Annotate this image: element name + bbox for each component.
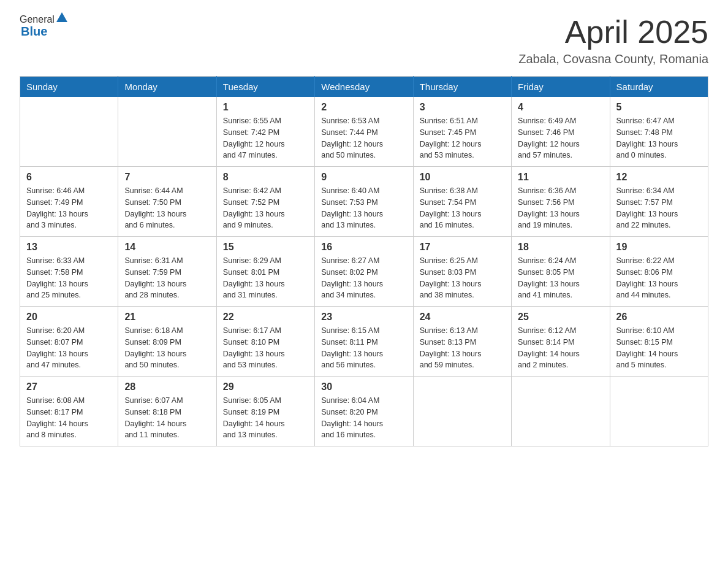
calendar-cell: 4Sunrise: 6:49 AMSunset: 7:46 PMDaylight…: [512, 97, 610, 167]
day-number: 8: [223, 172, 308, 183]
day-number: 30: [321, 381, 406, 393]
calendar-cell: 9Sunrise: 6:40 AMSunset: 7:53 PMDaylight…: [315, 167, 413, 237]
header-thursday: Thursday: [413, 77, 511, 98]
calendar-cell: 22Sunrise: 6:17 AMSunset: 8:10 PMDayligh…: [216, 307, 314, 377]
calendar-cell: 3Sunrise: 6:51 AMSunset: 7:45 PMDaylight…: [413, 97, 511, 167]
day-number: 11: [518, 172, 603, 183]
logo-blue-text: Blue: [21, 25, 47, 38]
day-number: 25: [518, 312, 603, 323]
header-saturday: Saturday: [610, 77, 708, 98]
calendar-cell: 26Sunrise: 6:10 AMSunset: 8:15 PMDayligh…: [610, 307, 708, 377]
day-info: Sunrise: 6:22 AMSunset: 8:06 PMDaylight:…: [616, 255, 702, 301]
day-info: Sunrise: 6:51 AMSunset: 7:45 PMDaylight:…: [420, 115, 505, 161]
header-sunday: Sunday: [20, 77, 118, 98]
calendar-cell: 16Sunrise: 6:27 AMSunset: 8:02 PMDayligh…: [315, 237, 413, 307]
location-title: Zabala, Covasna County, Romania: [518, 52, 708, 66]
calendar-cell: [610, 377, 708, 446]
day-info: Sunrise: 6:25 AMSunset: 8:03 PMDaylight:…: [420, 255, 505, 301]
day-number: 2: [321, 102, 406, 113]
day-info: Sunrise: 6:53 AMSunset: 7:44 PMDaylight:…: [321, 115, 406, 161]
logo-general-text: General: [20, 15, 55, 25]
week-row-4: 20Sunrise: 6:20 AMSunset: 8:07 PMDayligh…: [20, 307, 708, 377]
day-info: Sunrise: 6:20 AMSunset: 8:07 PMDaylight:…: [26, 325, 112, 371]
day-number: 3: [420, 102, 505, 113]
day-info: Sunrise: 6:08 AMSunset: 8:17 PMDaylight:…: [26, 395, 112, 441]
day-info: Sunrise: 6:04 AMSunset: 8:20 PMDaylight:…: [321, 395, 406, 441]
day-number: 5: [616, 102, 702, 113]
calendar-cell: [413, 377, 511, 446]
calendar-cell: 15Sunrise: 6:29 AMSunset: 8:01 PMDayligh…: [216, 237, 314, 307]
day-number: 21: [124, 312, 210, 323]
day-number: 15: [223, 242, 308, 253]
calendar-cell: 2Sunrise: 6:53 AMSunset: 7:44 PMDaylight…: [315, 97, 413, 167]
day-number: 6: [26, 172, 112, 183]
day-number: 20: [26, 312, 112, 323]
calendar-cell: 25Sunrise: 6:12 AMSunset: 8:14 PMDayligh…: [512, 307, 610, 377]
calendar-cell: 11Sunrise: 6:36 AMSunset: 7:56 PMDayligh…: [512, 167, 610, 237]
calendar-cell: 7Sunrise: 6:44 AMSunset: 7:50 PMDaylight…: [118, 167, 216, 237]
header-wednesday: Wednesday: [315, 77, 413, 98]
header-friday: Friday: [512, 77, 610, 98]
calendar-cell: 17Sunrise: 6:25 AMSunset: 8:03 PMDayligh…: [413, 237, 511, 307]
day-info: Sunrise: 6:07 AMSunset: 8:18 PMDaylight:…: [124, 395, 210, 441]
calendar-cell: 12Sunrise: 6:34 AMSunset: 7:57 PMDayligh…: [610, 167, 708, 237]
day-info: Sunrise: 6:38 AMSunset: 7:54 PMDaylight:…: [420, 185, 505, 231]
day-info: Sunrise: 6:05 AMSunset: 8:19 PMDaylight:…: [223, 395, 308, 441]
day-info: Sunrise: 6:15 AMSunset: 8:11 PMDaylight:…: [321, 325, 406, 371]
week-row-3: 13Sunrise: 6:33 AMSunset: 7:58 PMDayligh…: [20, 237, 708, 307]
day-info: Sunrise: 6:29 AMSunset: 8:01 PMDaylight:…: [223, 255, 308, 301]
day-info: Sunrise: 6:27 AMSunset: 8:02 PMDaylight:…: [321, 255, 406, 301]
day-info: Sunrise: 6:18 AMSunset: 8:09 PMDaylight:…: [124, 325, 210, 371]
calendar-cell: 21Sunrise: 6:18 AMSunset: 8:09 PMDayligh…: [118, 307, 216, 377]
month-title: April 2025: [518, 15, 708, 50]
day-number: 26: [616, 312, 702, 323]
calendar-cell: 1Sunrise: 6:55 AMSunset: 7:42 PMDaylight…: [216, 97, 314, 167]
day-number: 29: [223, 381, 308, 393]
calendar-table: SundayMondayTuesdayWednesdayThursdayFrid…: [20, 76, 708, 446]
day-info: Sunrise: 6:13 AMSunset: 8:13 PMDaylight:…: [420, 325, 505, 371]
calendar-header-row: SundayMondayTuesdayWednesdayThursdayFrid…: [20, 77, 708, 98]
day-number: 9: [321, 172, 406, 183]
day-number: 7: [124, 172, 210, 183]
day-number: 10: [420, 172, 505, 183]
calendar-cell: 28Sunrise: 6:07 AMSunset: 8:18 PMDayligh…: [118, 377, 216, 446]
day-number: 17: [420, 242, 505, 253]
day-info: Sunrise: 6:36 AMSunset: 7:56 PMDaylight:…: [518, 185, 603, 231]
day-number: 27: [26, 381, 112, 393]
day-number: 23: [321, 312, 406, 323]
day-info: Sunrise: 6:44 AMSunset: 7:50 PMDaylight:…: [124, 185, 210, 231]
calendar-cell: 24Sunrise: 6:13 AMSunset: 8:13 PMDayligh…: [413, 307, 511, 377]
week-row-5: 27Sunrise: 6:08 AMSunset: 8:17 PMDayligh…: [20, 377, 708, 446]
calendar-cell: 20Sunrise: 6:20 AMSunset: 8:07 PMDayligh…: [20, 307, 118, 377]
day-number: 28: [124, 381, 210, 393]
calendar-cell: 23Sunrise: 6:15 AMSunset: 8:11 PMDayligh…: [315, 307, 413, 377]
day-number: 19: [616, 242, 702, 253]
calendar-cell: 19Sunrise: 6:22 AMSunset: 8:06 PMDayligh…: [610, 237, 708, 307]
day-number: 18: [518, 242, 603, 253]
day-number: 12: [616, 172, 702, 183]
day-info: Sunrise: 6:42 AMSunset: 7:52 PMDaylight:…: [223, 185, 308, 231]
day-number: 22: [223, 312, 308, 323]
day-number: 14: [124, 242, 210, 253]
day-info: Sunrise: 6:55 AMSunset: 7:42 PMDaylight:…: [223, 115, 308, 161]
day-number: 13: [26, 242, 112, 253]
calendar-cell: 10Sunrise: 6:38 AMSunset: 7:54 PMDayligh…: [413, 167, 511, 237]
calendar-cell: 6Sunrise: 6:46 AMSunset: 7:49 PMDaylight…: [20, 167, 118, 237]
calendar-cell: 14Sunrise: 6:31 AMSunset: 7:59 PMDayligh…: [118, 237, 216, 307]
header-tuesday: Tuesday: [216, 77, 314, 98]
day-info: Sunrise: 6:24 AMSunset: 8:05 PMDaylight:…: [518, 255, 603, 301]
calendar-cell: 5Sunrise: 6:47 AMSunset: 7:48 PMDaylight…: [610, 97, 708, 167]
day-number: 24: [420, 312, 505, 323]
day-info: Sunrise: 6:10 AMSunset: 8:15 PMDaylight:…: [616, 325, 702, 371]
day-info: Sunrise: 6:40 AMSunset: 7:53 PMDaylight:…: [321, 185, 406, 231]
week-row-1: 1Sunrise: 6:55 AMSunset: 7:42 PMDaylight…: [20, 97, 708, 167]
day-info: Sunrise: 6:46 AMSunset: 7:49 PMDaylight:…: [26, 185, 112, 231]
day-info: Sunrise: 6:12 AMSunset: 8:14 PMDaylight:…: [518, 325, 603, 371]
logo-triangle-icon: [56, 12, 67, 22]
day-number: 16: [321, 242, 406, 253]
calendar-cell: [20, 97, 118, 167]
calendar-cell: 18Sunrise: 6:24 AMSunset: 8:05 PMDayligh…: [512, 237, 610, 307]
calendar-cell: 27Sunrise: 6:08 AMSunset: 8:17 PMDayligh…: [20, 377, 118, 446]
week-row-2: 6Sunrise: 6:46 AMSunset: 7:49 PMDaylight…: [20, 167, 708, 237]
day-info: Sunrise: 6:47 AMSunset: 7:48 PMDaylight:…: [616, 115, 702, 161]
